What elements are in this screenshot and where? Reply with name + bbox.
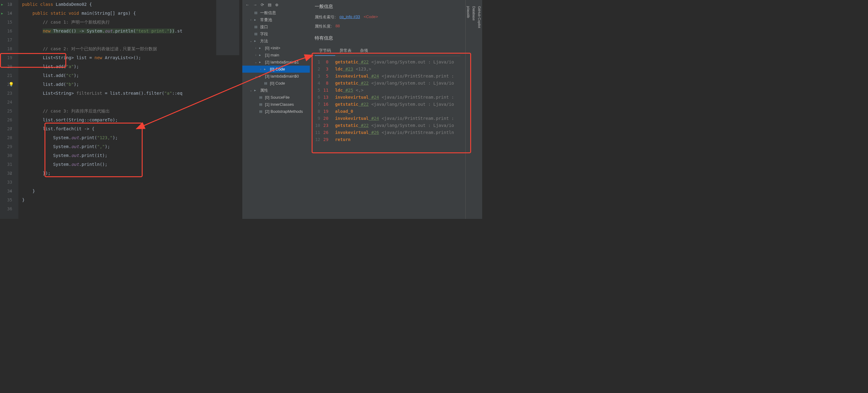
sidebar-tab-jclasslib[interactable]: jclasslib [466,2,471,219]
refresh-icon[interactable]: ⟳ [261,2,264,9]
chevron-icon[interactable]: ⌄ [249,37,253,44]
code-line[interactable] [22,178,242,187]
bytecode-line[interactable]: 1023 getstatic #22 <java/lang/System.out… [315,122,460,129]
chevron-icon[interactable]: ⌄ [254,59,258,66]
gutter-line[interactable]: 17 [0,36,12,44]
code-line[interactable] [22,98,242,107]
bytecode-line[interactable]: 716 getstatic #22 <java/lang/System.out … [315,101,460,108]
gutter-line[interactable]: 19 [0,53,12,62]
forward-icon[interactable]: → [253,2,257,9]
code-line[interactable]: list.add("a"); [22,62,242,71]
bytecode-line[interactable]: 613 invokevirtual #24 <java/io/PrintStre… [315,94,460,101]
tree-item[interactable]: ▤[1] InnerClasses [242,101,310,108]
bytecode-ref-link[interactable]: #22 [358,101,369,108]
fold-icon[interactable]: ⊟ [10,9,12,18]
bytecode-line[interactable]: 4 8 getstatic #22 <java/lang/System.out … [315,80,460,87]
sidebar-tab-copilot[interactable]: GitHub Copilot [477,2,482,219]
bytecode-line[interactable]: 511 ldc #25 <,> [315,87,460,94]
gutter-line[interactable]: 13▶⊟ [0,0,12,9]
code-line[interactable]: } [22,196,242,204]
gutter-line[interactable]: 33 [0,178,12,187]
tree-item[interactable]: ›▸常量池 [242,16,310,23]
globe-icon[interactable]: ⊕ [275,2,279,9]
bytecode-line[interactable]: 3 5 invokevirtual #24 <java/io/PrintStre… [315,73,460,80]
tree-item[interactable]: ›▸[0] Code [242,66,310,73]
code-line[interactable]: public static void main(String[] args) { [22,9,242,18]
gutter-line[interactable]: 29 [0,142,12,151]
bytecode-line[interactable]: 819 aload_0 [315,108,460,115]
code-line[interactable]: // case 2: 对一个已知的列表做过滤，只要某一部分数据 [22,44,242,53]
code-line[interactable]: list.forEach(it -> { [22,125,242,133]
gutter-line[interactable]: 14▶⊟ [0,9,12,18]
chevron-icon[interactable]: › [249,16,253,23]
code-line[interactable]: new Thread(() -> System.out.println("tes… [22,27,242,36]
bytecode-line[interactable]: 1 0 getstatic #22 <java/lang/System.out … [315,59,460,66]
tree-item[interactable]: ⌄▸[2] lambda$main$1 [242,59,310,66]
tree-item[interactable]: ▤一般信息 [242,9,310,16]
bytecode-line[interactable]: 1229 return [315,136,460,143]
tree-item[interactable]: ›▸[0] <init> [242,44,310,52]
tab-misc[interactable]: 杂项 [356,46,372,56]
code-line[interactable]: System.out.print("123,"); [22,133,242,142]
tree-item[interactable]: ⌄▸[3] lambda$main$0 [242,73,310,80]
code-line[interactable]: list.sort(String::compareTo); [22,116,242,125]
bytecode-ref-link[interactable]: #25 [343,87,353,94]
gutter-line[interactable]: 28 [0,133,12,142]
code-area[interactable]: public class LambdaDemo02 { public stati… [19,0,242,219]
fold-icon[interactable]: ⊟ [10,125,12,133]
bytecode-line[interactable]: 2 3 ldc #23 <123,> [315,66,460,73]
code-line[interactable]: System.out.print(","); [22,142,242,151]
chevron-icon[interactable]: › [254,52,258,59]
tree-item[interactable]: ▤[2] BootstrapMethods [242,108,310,115]
code-line[interactable]: } [22,187,242,196]
bulb-icon[interactable]: 💡 [8,80,14,89]
bytecode-ref-link[interactable]: #24 [369,115,379,122]
chevron-icon[interactable]: › [259,66,262,73]
code-line[interactable]: list.add("b"); [22,80,242,89]
bytecode-ref-link[interactable]: #24 [369,94,379,101]
gutter-line[interactable]: 30 [0,151,12,160]
code-line[interactable]: List<String> list = new ArrayList<>(); [22,53,242,62]
bytecode-ref-link[interactable]: #22 [358,80,369,87]
tree-item[interactable]: ▤接口 [242,23,310,30]
tab-bytecode[interactable]: 字节码 [315,46,335,56]
fold-icon[interactable]: ⊟ [10,187,12,196]
tree-item[interactable]: ⌄▸属性 [242,87,310,94]
code-line[interactable]: // case 3: 列表排序后迭代输出 [22,107,242,116]
gutter-line[interactable]: 34⊟ [0,187,12,196]
gutter-line[interactable]: 25 [0,107,12,116]
attr-index-link[interactable]: cp_info #33 [340,14,360,20]
gutter-line[interactable]: 21 [0,71,12,80]
gutter-line[interactable]: 16 [0,27,12,36]
bytecode-ref-link[interactable]: #22 [358,59,369,66]
gutter-line[interactable]: 35 [0,196,12,204]
code-line[interactable]: public class LambdaDemo02 { [22,0,242,9]
gutter-line[interactable]: 22💡 [0,80,12,89]
chevron-icon[interactable]: ⌄ [254,73,258,80]
tree-item[interactable]: ▤字段 [242,30,310,37]
gutter-line[interactable]: 24 [0,98,12,107]
chevron-icon[interactable]: › [254,44,258,52]
run-icon[interactable]: ▶ [1,9,3,18]
sidebar-tab-database[interactable]: Database [471,2,477,219]
gutter-line[interactable]: 15 [0,18,12,27]
bytecode-ref-link[interactable]: #26 [369,129,379,136]
gutter-line[interactable]: 31 [0,160,12,169]
tree-item[interactable]: ⌄▸方法 [242,37,310,44]
bytecode-listing[interactable]: 1 0 getstatic #22 <java/lang/System.out … [315,59,460,143]
minimap[interactable] [216,0,239,55]
fold-icon[interactable]: ⊟ [10,169,12,178]
bytecode-line[interactable]: 920 invokevirtual #24 <java/io/PrintStre… [315,115,460,122]
save-icon[interactable]: ▤ [268,2,272,9]
gutter-line[interactable]: 23 [0,89,12,98]
bytecode-line[interactable]: 1126 invokevirtual #26 <java/io/PrintStr… [315,129,460,136]
code-line[interactable] [22,204,242,214]
fold-icon[interactable]: ⊟ [10,0,12,9]
code-line[interactable]: List<String> filterList = list.stream().… [22,89,242,98]
gutter-line[interactable]: 27⊟ [0,125,12,133]
chevron-icon[interactable]: ⌄ [249,87,253,94]
code-line[interactable] [22,36,242,44]
code-line[interactable]: }); [22,169,242,178]
bytecode-ref-link[interactable]: #24 [369,73,379,80]
gutter-line[interactable]: 20 [0,62,12,71]
